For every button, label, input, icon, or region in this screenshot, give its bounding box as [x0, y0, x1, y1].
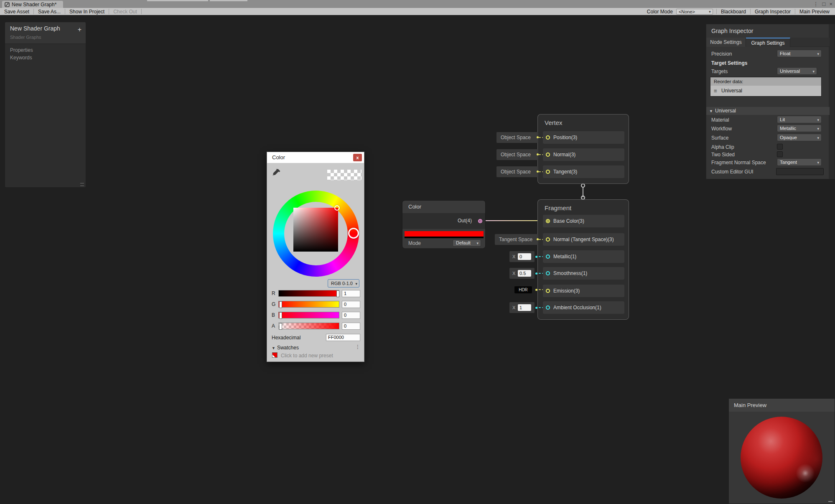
- smoothness-value[interactable]: 0.5: [518, 270, 531, 277]
- out-port[interactable]: [478, 219, 482, 223]
- normal-tangent-port[interactable]: [546, 237, 550, 242]
- color-mode-dropdown[interactable]: <None> ▾: [676, 9, 713, 15]
- toolbar-separator: [141, 9, 142, 14]
- window-menu-icon[interactable]: ⋮: [813, 0, 819, 8]
- blue-value-field[interactable]: 0: [342, 312, 360, 319]
- preset-color-swatch[interactable]: [272, 352, 277, 358]
- dialog-close-button[interactable]: x: [353, 154, 362, 161]
- position-space-label[interactable]: Object Space: [496, 132, 538, 143]
- tab-new-shader-graph[interactable]: New Shader Graph*: [2, 1, 63, 8]
- blackboard-section-properties[interactable]: Properties: [10, 47, 33, 53]
- material-dropdown[interactable]: Lit ▾: [777, 116, 822, 123]
- drag-handle-icon[interactable]: =: [714, 86, 717, 96]
- resize-grip[interactable]: [828, 501, 832, 502]
- current-color-swatch[interactable]: [327, 170, 361, 180]
- blackboard-header[interactable]: New Shader Graph + Shader Graphs: [5, 22, 86, 44]
- swatches-foldout[interactable]: ▼Swatches: [272, 345, 299, 351]
- blackboard-section-keywords[interactable]: Keywords: [10, 55, 32, 61]
- alpha-slider[interactable]: [278, 323, 339, 329]
- green-value-field[interactable]: 0: [342, 301, 360, 308]
- base-color-port[interactable]: [546, 219, 550, 223]
- ambient-occlusion-port[interactable]: [546, 305, 550, 310]
- add-preset-hint[interactable]: Click to add new preset: [281, 353, 333, 359]
- blue-slider[interactable]: [278, 312, 339, 318]
- emission-port[interactable]: [546, 289, 550, 293]
- eyedropper-icon[interactable]: [272, 168, 281, 177]
- red-slider[interactable]: [278, 290, 339, 297]
- reorder-item-label: Universal: [721, 86, 742, 96]
- alpha-value-field[interactable]: 0: [342, 323, 360, 330]
- ambient-occlusion-value-field[interactable]: X 1: [509, 302, 535, 313]
- edge-color-to-basecolor[interactable]: [481, 220, 547, 221]
- blue-slider-handle[interactable]: [279, 312, 282, 319]
- saturation-value-selector[interactable]: [334, 205, 340, 211]
- ambient-occlusion-value[interactable]: 1: [518, 304, 531, 311]
- smoothness-value-field[interactable]: X 0.5: [509, 268, 535, 279]
- blackboard-toggle-button[interactable]: Blackboard: [717, 9, 750, 15]
- smoothness-port[interactable]: [546, 271, 550, 275]
- color-swatch[interactable]: [405, 231, 484, 237]
- window-maximize-icon[interactable]: □: [822, 0, 826, 8]
- tangent-port[interactable]: [546, 170, 550, 174]
- fragment-row-smoothness[interactable]: Smoothness(1): [543, 267, 624, 280]
- save-asset-button[interactable]: Save Asset: [0, 9, 33, 15]
- fragment-row-metallic[interactable]: Metallic(1): [543, 250, 624, 263]
- green-slider[interactable]: [278, 301, 339, 308]
- window-close-icon[interactable]: ×: [829, 0, 832, 8]
- saturation-value-square[interactable]: [293, 208, 338, 252]
- hexadecimal-field[interactable]: FF0000: [326, 334, 360, 341]
- add-property-button[interactable]: +: [78, 26, 81, 33]
- save-as-button[interactable]: Save As...: [34, 9, 65, 15]
- normal-port[interactable]: [546, 153, 550, 157]
- green-slider-handle[interactable]: [279, 301, 282, 308]
- mode-dropdown[interactable]: Default ▾: [453, 239, 481, 247]
- metallic-value[interactable]: 0: [518, 253, 531, 260]
- two-sided-checkbox[interactable]: [777, 151, 783, 157]
- vertex-row-position[interactable]: Position(3): [543, 131, 624, 144]
- color-node[interactable]: Color Out(4) Mode Default ▾: [402, 200, 486, 248]
- swatches-menu-icon[interactable]: ⋮: [355, 344, 360, 350]
- chevron-down-icon: ▾: [355, 280, 357, 288]
- chevron-down-icon: ▾: [476, 240, 479, 247]
- fragment-row-emission[interactable]: Emission(3): [543, 285, 624, 297]
- alpha-slider-handle[interactable]: [279, 323, 282, 330]
- targets-dropdown[interactable]: Universal ▾: [777, 67, 817, 75]
- vertex-context[interactable]: Vertex Object Space Position(3) Object S…: [537, 114, 629, 184]
- universal-foldout[interactable]: ▼ Universal: [706, 107, 830, 115]
- color-mode-format-dropdown[interactable]: RGB 0-1.0 ▾: [328, 279, 359, 288]
- dialog-titlebar[interactable]: Color x: [267, 152, 364, 163]
- red-slider-handle[interactable]: [336, 290, 339, 297]
- surface-dropdown[interactable]: Opaque ▾: [777, 134, 822, 141]
- fragment-row-base-color[interactable]: Base Color(3): [543, 215, 624, 227]
- fragment-row-ambient-occlusion[interactable]: Ambient Occlusion(1): [543, 301, 624, 314]
- hdr-badge[interactable]: HDR: [514, 286, 532, 293]
- workflow-dropdown[interactable]: Metallic ▾: [777, 125, 822, 132]
- target-settings-header: Target Settings: [711, 60, 747, 66]
- tab-node-settings[interactable]: Node Settings: [706, 38, 746, 47]
- tangent-space-label[interactable]: Object Space: [496, 166, 538, 177]
- vertex-stack-port[interactable]: [581, 183, 585, 188]
- vertex-row-tangent[interactable]: Tangent(3): [543, 165, 624, 178]
- vertex-row-normal[interactable]: Normal(3): [543, 148, 624, 161]
- metallic-port[interactable]: [546, 255, 550, 259]
- metallic-value-field[interactable]: X 0: [509, 251, 535, 262]
- tab-graph-settings[interactable]: Graph Settings: [746, 38, 790, 47]
- precision-dropdown[interactable]: Float ▾: [777, 50, 822, 57]
- normal-tangent-space-label[interactable]: Tangent Space: [495, 234, 538, 245]
- position-port[interactable]: [546, 135, 550, 140]
- main-preview-toggle-button[interactable]: Main Preview: [795, 9, 834, 15]
- red-value-field[interactable]: 1: [342, 290, 360, 297]
- preview-sphere[interactable]: [741, 417, 822, 499]
- normal-space-label[interactable]: Object Space: [496, 149, 538, 160]
- fragment-context[interactable]: Fragment Base Color(3) Tangent Space Nor…: [537, 199, 629, 320]
- graph-inspector-toggle-button[interactable]: Graph Inspector: [751, 9, 795, 15]
- hue-selector[interactable]: [348, 228, 359, 239]
- show-in-project-button[interactable]: Show In Project: [65, 9, 109, 15]
- fragment-row-normal[interactable]: Normal (Tangent Space)(3): [543, 233, 624, 246]
- reorder-item-universal[interactable]: = Universal: [710, 86, 821, 96]
- fragment-normal-space-dropdown[interactable]: Tangent ▾: [777, 158, 822, 166]
- alpha-clip-checkbox[interactable]: [777, 144, 783, 150]
- custom-editor-gui-field[interactable]: [776, 168, 824, 175]
- color-node-titlebar[interactable]: Color: [402, 201, 485, 213]
- resize-grip[interactable]: [80, 183, 84, 186]
